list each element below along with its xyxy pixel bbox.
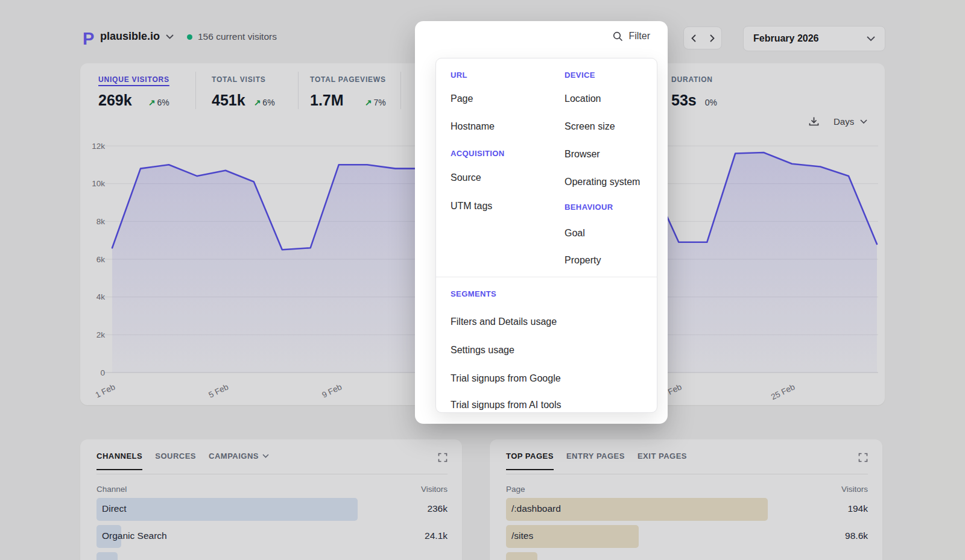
filter-button-label: Filter — [628, 31, 650, 42]
filter-item-utm-tags[interactable]: UTM tags — [451, 200, 492, 213]
filter-item-source[interactable]: Source — [451, 171, 481, 184]
segments-header: SEGMENTS — [451, 289, 496, 299]
filter-item-page[interactable]: Page — [451, 92, 473, 105]
filter-group-url: URL — [451, 71, 467, 80]
filter-button[interactable]: Filter — [613, 31, 650, 42]
filter-group-acquisition: ACQUISITION — [451, 149, 505, 159]
filter-popover: URL Page Hostname ACQUISITION Source UTM… — [435, 58, 657, 413]
filter-group-device: DEVICE — [565, 71, 595, 80]
filter-item-browser[interactable]: Browser — [565, 148, 600, 161]
filter-item-location[interactable]: Location — [565, 92, 601, 105]
segment-trial-signups-ai[interactable]: Trial signups from AI tools — [451, 398, 561, 412]
segment-filters-details-usage[interactable]: Filters and Details usage — [451, 315, 557, 329]
divider — [436, 277, 657, 277]
filter-item-operating-system[interactable]: Operating system — [565, 175, 640, 189]
segment-trial-signups-google[interactable]: Trial signups from Google — [451, 372, 561, 385]
filter-spotlight: Filter URL Page Hostname ACQUISITION Sou… — [415, 21, 668, 424]
filter-item-screen-size[interactable]: Screen size — [565, 120, 615, 133]
segment-settings-usage[interactable]: Settings usage — [451, 344, 514, 357]
filter-group-behaviour: BEHAVIOUR — [565, 203, 613, 212]
search-icon — [613, 31, 623, 42]
filter-item-property[interactable]: Property — [565, 254, 601, 267]
filter-item-hostname[interactable]: Hostname — [451, 120, 495, 133]
filter-item-goal[interactable]: Goal — [565, 227, 585, 240]
